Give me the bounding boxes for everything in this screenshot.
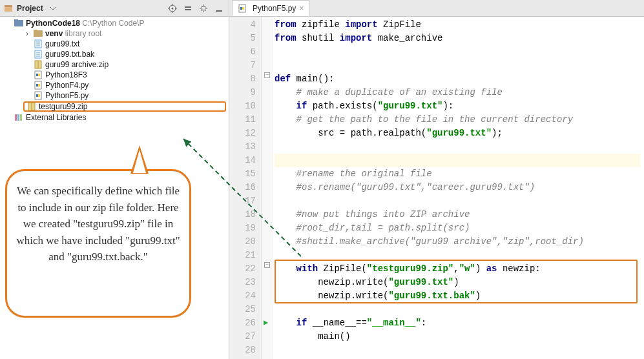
editor-panel: PythonF5.py × 4567 891011 12131415 16171… bbox=[229, 0, 644, 359]
project-root-name: PythonCode18 bbox=[26, 19, 80, 28]
file-row-pythonf5[interactable]: PythonF5.py bbox=[0, 90, 229, 101]
project-view-dropdown[interactable] bbox=[47, 3, 59, 14]
svg-rect-21 bbox=[14, 19, 18, 21]
svg-line-15 bbox=[201, 6, 202, 6]
annotation-callout: We can specifically define which file to… bbox=[5, 169, 191, 318]
locate-target-icon[interactable] bbox=[167, 3, 178, 14]
svg-rect-23 bbox=[34, 30, 37, 32]
svg-point-10 bbox=[202, 6, 205, 10]
file-py-icon bbox=[34, 70, 43, 79]
svg-line-16 bbox=[205, 10, 206, 10]
svg-line-18 bbox=[201, 10, 202, 10]
file-row-pythonf4[interactable]: PythonF4.py bbox=[0, 80, 229, 90]
project-root-row[interactable]: PythonCode18 C:\Python Code\P bbox=[0, 18, 229, 28]
svg-rect-41 bbox=[20, 114, 22, 121]
line-numbers: 4567 891011 12131415 16171819 20212223 2… bbox=[229, 17, 262, 359]
close-icon[interactable]: × bbox=[299, 4, 304, 13]
fold-icon[interactable]: − bbox=[264, 72, 270, 78]
project-toolbar: Project bbox=[0, 0, 229, 17]
folder-lib-icon bbox=[34, 29, 43, 38]
file-row-guru99-txt[interactable]: guru99.txt bbox=[0, 39, 229, 49]
project-icon bbox=[4, 4, 13, 13]
code-editor[interactable]: 4567 891011 12131415 16171819 20212223 2… bbox=[229, 17, 644, 359]
venv-name: venv bbox=[45, 29, 63, 38]
file-label: PythonF5.py bbox=[45, 91, 88, 100]
file-label: Python18F3 bbox=[45, 70, 87, 79]
project-root-path: C:\Python Code\P bbox=[82, 19, 144, 28]
folder-icon bbox=[14, 19, 23, 28]
external-libraries-label: External Libraries bbox=[26, 113, 86, 122]
svg-point-3 bbox=[172, 7, 174, 9]
code-content[interactable]: from zipfile import ZipFile from shutil … bbox=[273, 17, 644, 359]
annotation-text: We can specifically define which file to… bbox=[16, 185, 180, 263]
svg-rect-40 bbox=[17, 114, 19, 121]
svg-rect-0 bbox=[5, 5, 12, 7]
chevron-right-icon: › bbox=[26, 29, 34, 38]
editor-tab-pythonf5[interactable]: PythonF5.py × bbox=[232, 0, 309, 16]
fold-icon[interactable]: − bbox=[264, 262, 270, 268]
libraries-icon bbox=[14, 113, 23, 122]
file-zip-icon bbox=[34, 60, 43, 69]
file-label: guru99.txt bbox=[45, 39, 79, 48]
file-zip-icon bbox=[27, 102, 36, 111]
run-gutter-icon[interactable]: ▶ bbox=[264, 316, 268, 330]
gutter-marks: − − ▶ bbox=[262, 17, 273, 359]
file-py-icon bbox=[238, 4, 247, 13]
file-label: PythonF4.py bbox=[45, 81, 88, 90]
file-txt-icon bbox=[34, 39, 43, 48]
file-label: guru99 archive.zip bbox=[45, 60, 109, 69]
svg-rect-8 bbox=[185, 6, 191, 8]
file-label: testguru99.zip bbox=[39, 102, 87, 111]
svg-line-17 bbox=[205, 6, 206, 6]
file-py-icon bbox=[34, 91, 43, 100]
svg-rect-1 bbox=[5, 7, 12, 12]
file-txt-icon bbox=[34, 50, 43, 59]
editor-tab-label: PythonF5.py bbox=[253, 4, 296, 13]
file-row-python18f3[interactable]: Python18F3 bbox=[0, 70, 229, 80]
venv-row[interactable]: › venv library root bbox=[0, 28, 229, 39]
callout-tail-fill bbox=[133, 150, 146, 173]
external-libraries-row[interactable]: External Libraries bbox=[0, 112, 229, 123]
minimize-icon[interactable] bbox=[213, 3, 225, 14]
collapse-all-icon[interactable] bbox=[182, 3, 194, 14]
editor-tabbar: PythonF5.py × bbox=[229, 0, 644, 17]
file-row-testguru99-zip[interactable]: testguru99.zip bbox=[23, 101, 226, 112]
svg-rect-19 bbox=[216, 10, 222, 12]
svg-rect-39 bbox=[15, 114, 17, 121]
venv-note: library root bbox=[65, 29, 102, 38]
file-py-icon bbox=[34, 81, 43, 90]
file-label: guru99.txt.bak bbox=[45, 50, 94, 59]
file-row-guru99-bak[interactable]: guru99.txt.bak bbox=[0, 49, 229, 59]
project-title: Project bbox=[17, 4, 43, 13]
gear-icon[interactable] bbox=[198, 3, 209, 14]
svg-rect-9 bbox=[185, 9, 191, 10]
file-row-archive-zip[interactable]: guru99 archive.zip bbox=[0, 59, 229, 70]
